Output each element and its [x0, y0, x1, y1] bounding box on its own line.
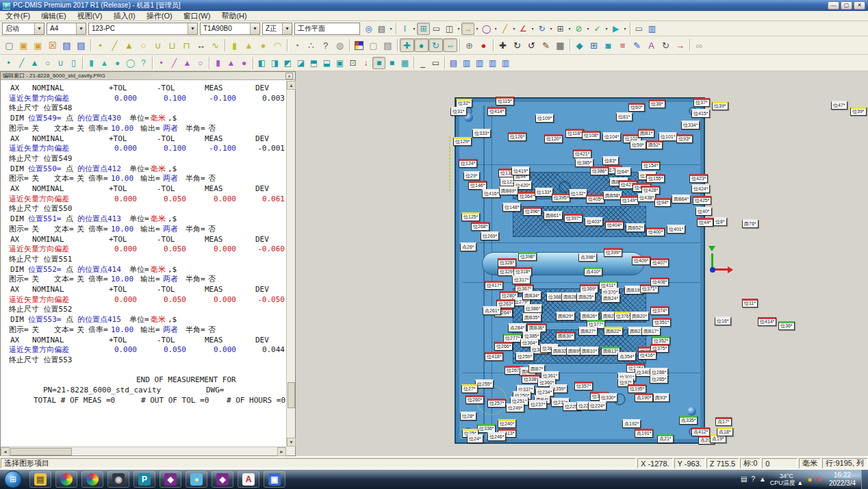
wire-cube-icon[interactable]: ◫: [443, 23, 456, 35]
cad-feature-label[interactable]: 位386*: [590, 166, 609, 175]
cad-feature-label[interactable]: 位255*: [475, 379, 494, 388]
tray-help-icon[interactable]: ?: [751, 476, 755, 483]
cad-feature-label[interactable]: 位405*: [586, 195, 604, 203]
cad-feature-label[interactable]: 点261*: [483, 306, 501, 315]
cad-feature-label[interactable]: 位93*: [676, 134, 693, 143]
view-cube-right-icon[interactable]: ◨: [268, 57, 281, 69]
muted-speaker-icon[interactable]: ✖: [817, 476, 822, 483]
line-feature-icon[interactable]: ╱: [107, 38, 122, 52]
report-view-1-icon[interactable]: ▥: [460, 57, 473, 69]
cpu-temp-widget[interactable]: 34°C CPU温度 ▲: [770, 473, 803, 486]
cad-feature-label[interactable]: 位421*: [573, 149, 591, 158]
auto-line-icon[interactable]: ╱: [15, 57, 28, 69]
import-file-icon[interactable]: ▣: [31, 38, 45, 52]
cad-feature-label[interactable]: 位81*: [616, 112, 633, 121]
cad-feature-label[interactable]: 位11*: [742, 299, 758, 308]
cad-feature-label[interactable]: 位39*: [850, 107, 867, 116]
cad-feature-label[interactable]: 位115*: [496, 97, 514, 105]
dropdown-caret-icon[interactable]: ▾: [604, 26, 609, 31]
edit-horizontal-scrollbar[interactable]: ◄ ►: [1, 447, 286, 455]
save-as-icon[interactable]: ▤: [74, 38, 88, 52]
open-file-icon[interactable]: ▣: [16, 38, 31, 52]
scroll-right-icon[interactable]: ►: [277, 447, 286, 456]
cad-feature-label[interactable]: 位333*: [472, 129, 491, 138]
flow-arrow-icon[interactable]: →: [461, 23, 474, 35]
cad-feature-label[interactable]: 圆52*: [646, 140, 663, 149]
cad-feature-label[interactable]: 点398*: [578, 253, 597, 262]
startup-combo[interactable]: 启动▼: [2, 23, 44, 35]
cad-feature-label[interactable]: 圆B64*: [672, 195, 691, 203]
report-view-3-icon[interactable]: ▥: [486, 57, 499, 69]
refresh-view-icon[interactable]: ↻: [429, 38, 443, 52]
cone-icon[interactable]: ▲: [242, 38, 256, 52]
zoom-search-icon[interactable]: ◎: [362, 23, 375, 35]
report-view-2-icon[interactable]: ▥: [473, 57, 486, 69]
taskbar-acrobat-icon[interactable]: A: [238, 471, 259, 488]
solid-cube-icon[interactable]: ■: [372, 57, 385, 69]
cad-feature-label[interactable]: 位438*: [637, 193, 656, 202]
show-desktop-button[interactable]: [861, 470, 868, 489]
probe-combo[interactable]: A4▼: [47, 23, 86, 35]
meas-cone-icon[interactable]: ▲: [225, 57, 238, 69]
cad-feature-label[interactable]: 位155*: [646, 174, 665, 183]
cad-feature-label[interactable]: 位44*: [697, 218, 713, 227]
view-cube-se-icon[interactable]: ◪: [294, 57, 307, 69]
cad-feature-label[interactable]: 位148*: [502, 203, 521, 212]
taskbar-bluewin-icon[interactable]: ▣: [264, 471, 285, 488]
tray-keyboard-icon[interactable]: ▤: [741, 476, 747, 483]
scroll-up-icon[interactable]: ▲: [287, 81, 296, 90]
workplane-label-box[interactable]: 工作平面: [294, 23, 360, 35]
tip-combo[interactable]: T1A90B0▼: [200, 23, 260, 35]
cad-feature-label[interactable]: 位416*: [482, 189, 500, 198]
cad-feature-label[interactable]: 位40*: [695, 207, 712, 216]
cad-feature-label[interactable]: 位109*: [535, 114, 554, 123]
view-cube-top-icon[interactable]: ⬒: [307, 57, 320, 69]
cad-feature-label[interactable]: 圆93*: [653, 393, 669, 402]
menu-item-3[interactable]: 插入(I): [107, 11, 140, 21]
execute-play-icon[interactable]: ▶: [609, 23, 622, 35]
cad-feature-label[interactable]: 位403*: [585, 217, 603, 226]
edit-vertical-scrollbar[interactable]: ▲ ▼: [286, 81, 295, 447]
rotate-3d-icon[interactable]: ↻: [659, 38, 673, 52]
feature-tree-icon[interactable]: ⊞: [587, 38, 601, 52]
alignment-combo[interactable]: 123-PC▼: [88, 23, 198, 35]
maximize-button[interactable]: ▢: [841, 1, 852, 10]
dropdown-caret-icon[interactable]: ▾: [493, 26, 498, 31]
highlight-icon[interactable]: A: [644, 38, 659, 52]
cad-feature-label[interactable]: 位108*: [582, 131, 600, 140]
cad-feature-label[interactable]: 点190*: [635, 393, 653, 402]
orbit-icon[interactable]: ↺: [524, 38, 539, 52]
cad-feature-label[interactable]: 位401*: [667, 225, 685, 234]
probe-ring-icon[interactable]: ◯: [480, 23, 493, 35]
scroll-left-icon[interactable]: ◄: [1, 447, 10, 456]
cad-feature-label[interactable]: 位249*: [506, 403, 524, 412]
comment-icon[interactable]: ▭: [430, 23, 443, 35]
auto-help-icon[interactable]: ?: [137, 57, 150, 69]
report-view-4-icon[interactable]: ▥: [499, 57, 512, 69]
cad-feature-label[interactable]: 圆B24*: [601, 294, 620, 303]
dropdown-caret-icon[interactable]: ▾: [567, 26, 572, 31]
cad-feature-label[interactable]: 圆B1*: [638, 129, 654, 138]
cad-feature-label[interactable]: 位414*: [487, 107, 506, 116]
dropdown-caret-icon[interactable]: ▾: [622, 26, 628, 31]
taskbar-messenger-icon[interactable]: ●: [186, 471, 207, 488]
sphere-icon[interactable]: ●: [256, 38, 270, 52]
auto-circle-icon[interactable]: ○: [41, 57, 54, 69]
cad-feature-label[interactable]: 点26*: [460, 242, 476, 251]
cad-feature-label[interactable]: 位39*: [712, 101, 728, 110]
cad-feature-label[interactable]: 圆B25*: [576, 292, 596, 301]
cad-feature-label[interactable]: 位8*: [713, 217, 727, 226]
cad-feature-label[interactable]: 位423*: [689, 174, 708, 183]
edit-window-titlebar[interactable]: 编辑窗口 - 21-8228_6000_std_cavity.PRG ×: [1, 72, 295, 80]
notch-icon[interactable]: ⊓: [179, 38, 194, 52]
auto-sphere-icon[interactable]: ●: [111, 57, 124, 69]
cad-feature-label[interactable]: 位260*: [465, 395, 484, 404]
cad-feature-label[interactable]: 位124*: [459, 159, 477, 168]
circle-feature-icon[interactable]: ○: [136, 38, 151, 52]
cad-feature-label[interactable]: 位285*: [650, 375, 668, 384]
cad-feature-label[interactable]: 位224*: [588, 401, 607, 410]
cad-feature-label[interactable]: 位317*: [512, 275, 531, 284]
cad-feature-label[interactable]: 圆B17*: [641, 327, 661, 336]
solid-view-icon[interactable]: ◆: [572, 38, 587, 52]
confirm-check-icon[interactable]: ✓: [591, 23, 604, 35]
